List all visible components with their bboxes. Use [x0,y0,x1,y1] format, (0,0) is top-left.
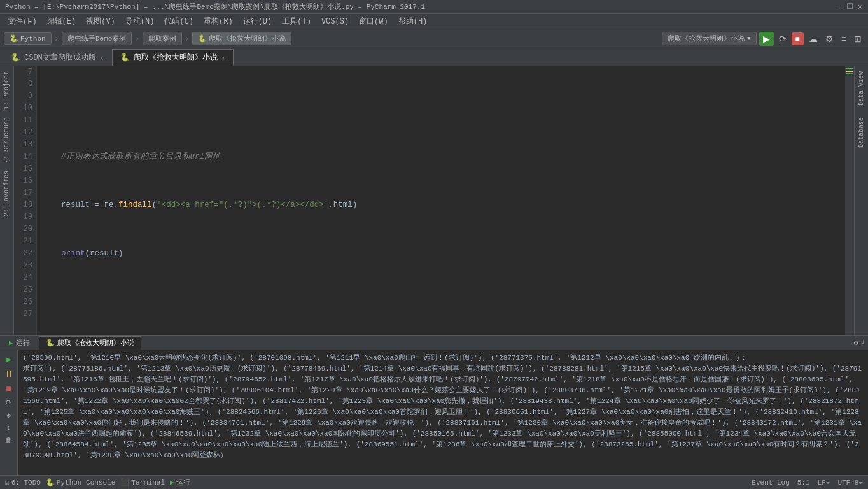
status-run[interactable]: ▶ 运行 [170,478,190,487]
pause-button[interactable]: ☁ [806,32,820,45]
crawl-tab-icon: 🐍 [46,339,55,347]
scroll-down-icon[interactable]: ↓ [861,338,865,347]
code-line-11 [42,296,840,308]
bottom-panel: ▶ 运行 🐍 爬取《抢救大明朗》小说 ⚙ ↓ ▶ ⏸ ■ ⟳ ⚙ ↕ 🗑 ('2… [0,335,868,475]
left-panel: 1: Project 2: Structure 2: Favorites [0,66,14,335]
menu-code[interactable]: 代码(C) [159,15,199,28]
line-num-13: 13 [14,139,32,151]
code-content[interactable]: #正则表达式获取所有的章节目录和url网址 result = re.findal… [37,66,845,335]
layout-icon-btn[interactable]: ≡ [839,32,849,45]
line-num-20: 20 [14,223,32,236]
line-num-7: 7 [14,66,32,78]
toolbar-python[interactable]: 🐍 Python [4,32,52,45]
line-ending-label: LF÷ [818,479,830,486]
code-text-9: result = re.findall('<dd><a href="(.*?)"… [42,199,357,211]
python-icon: 🐍 [10,34,18,43]
status-position[interactable]: 5:1 [797,479,810,486]
run-settings-button[interactable]: ⚙ [5,410,12,421]
tab1-label: CSDN文章爬取成功版 [24,52,96,63]
tab2-close[interactable]: ✕ [221,54,225,62]
tab-novel[interactable]: 🐍 爬取《抢救大明朗》小说 ✕ [112,49,234,66]
menu-refactor[interactable]: 重构(R) [199,15,238,28]
position-label: 5:1 [797,479,810,486]
run-config-dropdown[interactable]: 爬取《抢救大明朗》小说 ▼ [662,32,756,45]
tab-csdn[interactable]: 🐍 CSDN文章爬取成功版 ✕ [3,49,112,66]
line-num-10: 10 [14,103,32,115]
menu-view[interactable]: 视图(V) [81,15,120,28]
status-left: ☑ 6: TODO 🐍 Python Console ⬛ Terminal ▶ … [5,478,190,487]
python-console-icon: 🐍 [46,478,55,486]
status-python-console[interactable]: 🐍 Python Console [46,478,115,486]
tab1-close[interactable]: ✕ [100,54,104,62]
line-num-23: 23 [14,260,32,272]
menu-tools[interactable]: 工具(T) [277,15,316,28]
run-tab-label: 运行 [16,338,30,348]
minimap-scrollbar [845,66,854,335]
line-num-8: 8 [14,78,32,90]
status-line-ending[interactable]: LF÷ [818,479,830,486]
status-encoding[interactable]: UTF-8÷ [837,479,863,486]
line-num-12: 12▼ [14,127,32,139]
status-todo[interactable]: ☑ 6: TODO [5,478,41,486]
run-button[interactable]: ▶ [759,32,774,46]
terminal-icon: ⬛ [120,478,129,486]
bottom-run-content: ('28599.html', '第1210早 \xa0\xa0大明朝状态变化(求… [18,350,868,475]
crawl-tab-label: 爬取《抢救大明朗》小说 [57,338,134,348]
run-rerun-button[interactable]: ⟳ [4,397,13,408]
scroll-marker-2 [846,71,853,72]
scroll-marker-1 [846,68,853,69]
tab2-label: 爬取《抢救大明朗》小说 [134,52,218,63]
minimize-button[interactable]: ─ [837,1,842,12]
grid-icon-btn[interactable]: ⊞ [851,32,864,45]
status-event-log[interactable]: Event Log [752,479,789,486]
spider-icon: 🐍 [198,34,207,43]
run-clear-button[interactable]: 🗑 [4,435,13,446]
title-bar: Python – [E:\Pycharm2017\Python] – ...\爬… [0,0,868,14]
line-num-15: 15 [14,163,32,175]
run-pause-button[interactable]: ⏸ [3,368,15,381]
toolbar-demo[interactable]: 爬虫练手Demo案例 [62,32,132,45]
menu-vcs[interactable]: VCS(S) [316,16,354,27]
sidebar-item-favorites[interactable]: 2: Favorites [2,168,11,219]
bottom-tabs-bar: ▶ 运行 🐍 爬取《抢救大明朗》小说 ⚙ ↓ [0,336,868,350]
tab-run[interactable]: ▶ 运行 [3,337,36,349]
menu-help[interactable]: 帮助(H) [393,15,433,28]
run-scroll-button[interactable]: ↕ [5,423,12,433]
line-num-19: 19 [14,211,32,223]
sidebar-item-dataview[interactable]: Data View [857,69,866,108]
menu-run[interactable]: 运行(U) [238,15,277,28]
run-play-button[interactable]: ▶ [4,353,12,366]
line-num-11: 11 [14,115,32,127]
line-num-9: 9 [14,90,32,103]
menu-file[interactable]: 文件(F) [3,15,42,28]
close-button[interactable]: ✕ [858,1,863,12]
run-tab-icon: ▶ [9,339,13,347]
sidebar-item-structure[interactable]: 2: Structure [2,115,11,166]
dropdown-arrow-icon: ▼ [747,36,750,42]
line-num-22: 22▼ [14,248,32,260]
settings-gear-icon[interactable]: ⚙ [854,338,858,348]
menu-edit[interactable]: 编辑(E) [42,15,81,28]
rerun-button[interactable]: ⟳ [776,32,789,45]
bottom-run-sidebar: ▶ ⏸ ■ ⟳ ⚙ ↕ 🗑 [0,350,18,475]
run-status-label: 运行 [176,478,190,487]
line-numbers: 7 8 9 10 11 12▼ 13 14 15 16 17 18 19 20 … [14,66,37,335]
line-num-21: 21 [14,236,32,248]
sidebar-item-project[interactable]: 1: Project [2,69,11,112]
toolbar-crawl[interactable]: 爬取案例 [143,32,182,45]
menu-navigate[interactable]: 导航(N) [120,15,160,28]
menu-window[interactable]: 窗口(W) [354,15,393,28]
toolbar-separator2: › [134,34,139,44]
code-line-9: result = re.findall('<dd><a href="(.*?)"… [42,199,840,211]
code-line-10: print(result) [42,248,840,260]
title-text: Python – [E:\Pycharm2017\Python] – ...\爬… [5,2,425,11]
settings-icon-btn[interactable]: ⚙ [823,32,836,45]
status-right: Event Log 5:1 LF÷ UTF-8÷ [752,479,863,486]
toolbar-novel[interactable]: 🐍 爬取《抢救大明朗》小说 [192,32,291,45]
maximize-button[interactable]: □ [847,1,852,12]
status-terminal[interactable]: ⬛ Terminal [120,478,165,486]
stop-button[interactable]: ■ [792,32,804,45]
tab-crawl-novel[interactable]: 🐍 爬取《抢救大明朗》小说 [39,336,141,350]
sidebar-item-database[interactable]: Database [857,115,866,150]
run-stop-button[interactable]: ■ [4,383,12,395]
